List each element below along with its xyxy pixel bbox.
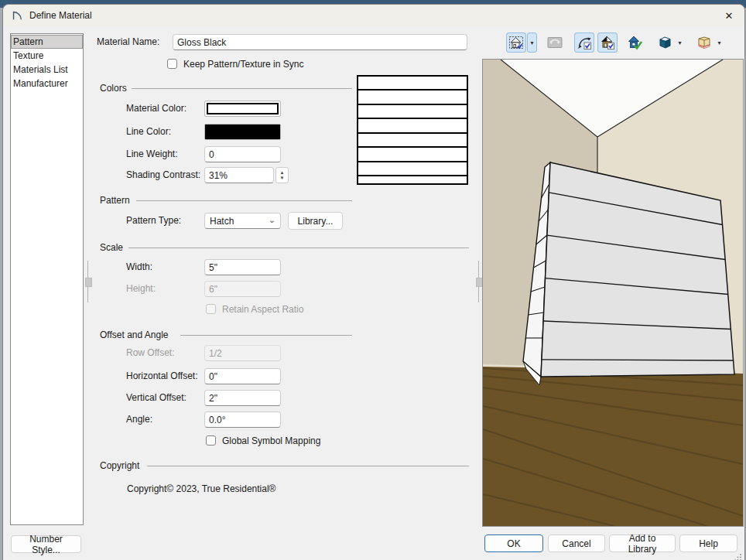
offset-angle-header: Offset and Angle bbox=[100, 330, 169, 341]
material-name-label: Material Name: bbox=[97, 34, 159, 50]
preview-toolbar: ▾ ▾ ▾ bbox=[506, 32, 724, 53]
scale-height-label: Height: bbox=[126, 281, 156, 297]
3d-preview-pane[interactable] bbox=[482, 59, 744, 527]
help-button[interactable]: Help bbox=[679, 534, 737, 552]
scale-rule bbox=[128, 248, 469, 248]
horizontal-offset-label: Horizontal Offset: bbox=[126, 368, 197, 384]
cube-preview-dropdown[interactable]: ▾ bbox=[675, 32, 685, 53]
cube-preview-icon[interactable] bbox=[655, 32, 675, 53]
sidebar-item-pattern[interactable]: Pattern bbox=[11, 35, 83, 49]
add-to-library-button[interactable]: Add to Library bbox=[609, 534, 676, 552]
scale-header: Scale bbox=[100, 242, 123, 254]
app-arc-icon bbox=[11, 9, 23, 22]
pattern-rule bbox=[136, 200, 352, 201]
sync-checkbox-label: Keep Pattern/Texture in Sync bbox=[183, 59, 303, 70]
selected-object-view-dropdown[interactable]: ▾ bbox=[527, 32, 537, 53]
apply-to-view-icon[interactable] bbox=[625, 32, 645, 53]
copyright-rule bbox=[147, 466, 469, 466]
scale-height-input bbox=[204, 281, 281, 297]
pattern-type-label: Pattern Type: bbox=[126, 213, 181, 229]
library-button[interactable]: Library... bbox=[288, 212, 343, 230]
shading-contrast-spinner[interactable]: ▲ ▼ bbox=[275, 167, 289, 183]
global-symbol-mapping-checkbox[interactable] bbox=[206, 435, 216, 446]
shading-contrast-input[interactable] bbox=[204, 167, 274, 183]
spinner-down-icon[interactable]: ▼ bbox=[280, 176, 285, 181]
3d-preview-scene bbox=[483, 60, 743, 526]
sidebar-item-materials-list[interactable]: Materials List bbox=[11, 63, 83, 77]
sidebar-item-manufacturer[interactable]: Manufacturer bbox=[11, 77, 83, 90]
pattern-preview bbox=[357, 75, 468, 185]
chevron-down-icon: ⌄ bbox=[269, 216, 275, 224]
left-splitter-handle[interactable] bbox=[87, 261, 88, 302]
scale-width-label: Width: bbox=[126, 259, 152, 275]
window-title: Define Material bbox=[29, 10, 92, 21]
spin-view-icon bbox=[545, 32, 565, 53]
spinner-up-icon[interactable]: ▲ bbox=[280, 170, 285, 176]
retain-aspect-label: Retain Aspect Ratio bbox=[222, 304, 303, 315]
horizontal-offset-input[interactable] bbox=[204, 368, 281, 384]
panel-list: Pattern Texture Materials List Manufactu… bbox=[10, 33, 84, 525]
angle-label: Angle: bbox=[126, 411, 152, 428]
scale-width-input[interactable] bbox=[204, 259, 281, 275]
retain-aspect-checkbox bbox=[206, 304, 216, 314]
material-color-label: Material Color: bbox=[126, 101, 186, 117]
room-preview-dropdown[interactable]: ▾ bbox=[714, 32, 724, 53]
screen-background: Define Material ✕ Pattern Texture Materi… bbox=[0, 0, 746, 560]
material-color-swatch[interactable] bbox=[204, 101, 281, 117]
row-offset-label: Row Offset: bbox=[126, 345, 174, 361]
copyright-header: Copyright bbox=[100, 460, 139, 472]
right-splitter-handle[interactable] bbox=[478, 261, 479, 302]
material-name-input[interactable] bbox=[173, 34, 467, 50]
colors-rule bbox=[132, 88, 352, 89]
line-color-label: Line Color: bbox=[126, 124, 171, 140]
sync-checkbox[interactable] bbox=[167, 59, 177, 69]
global-symbol-mapping-label: Global Symbol Mapping bbox=[222, 435, 320, 446]
pattern-header: Pattern bbox=[100, 195, 130, 207]
line-color-swatch[interactable] bbox=[204, 124, 281, 140]
row-offset-input bbox=[204, 345, 281, 361]
ok-button[interactable]: OK bbox=[484, 534, 543, 552]
floor bbox=[483, 367, 743, 526]
cancel-button[interactable]: Cancel bbox=[548, 534, 605, 552]
line-weight-input[interactable] bbox=[204, 146, 281, 162]
colors-header: Colors bbox=[100, 83, 127, 94]
pattern-type-select[interactable]: Hatch ⌄ bbox=[204, 213, 281, 229]
room-preview-icon[interactable] bbox=[694, 32, 714, 53]
offset-angle-rule bbox=[180, 335, 352, 336]
copyright-text: Copyright© 2023, True Residential® bbox=[127, 481, 275, 497]
selected-object-view-icon[interactable] bbox=[506, 32, 526, 53]
number-style-button[interactable]: Number Style... bbox=[11, 535, 81, 553]
close-icon[interactable]: ✕ bbox=[721, 9, 737, 22]
angle-input[interactable] bbox=[204, 411, 281, 428]
define-material-dialog: Define Material ✕ Pattern Texture Materi… bbox=[2, 4, 745, 560]
shading-contrast-label: Shading Contrast: bbox=[126, 167, 200, 183]
vertical-offset-input[interactable] bbox=[204, 390, 281, 406]
vertical-offset-label: Vertical Offset: bbox=[126, 390, 186, 406]
line-weight-label: Line Weight: bbox=[126, 146, 178, 162]
titlebar: Define Material bbox=[3, 5, 744, 26]
sidebar-item-texture[interactable]: Texture bbox=[11, 49, 83, 63]
color-toggle-icon[interactable] bbox=[597, 32, 618, 53]
resize-grip-icon[interactable] bbox=[734, 550, 742, 558]
preview-box-object bbox=[523, 162, 734, 385]
adjust-tangents-icon[interactable] bbox=[574, 32, 594, 53]
